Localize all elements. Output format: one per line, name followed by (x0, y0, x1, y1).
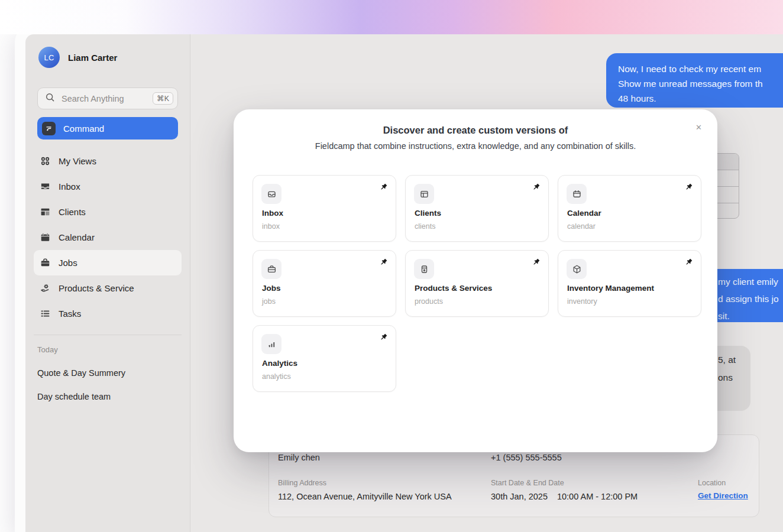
billing-address-label: Billing Address (278, 479, 326, 487)
modal-title: Discover and create custom versions of (234, 125, 717, 136)
billing-address-value: 112, Ocean Avenue, Amityville New York U… (278, 492, 452, 501)
tasks-icon (40, 309, 51, 319)
sidebar-nav: My Views Inbox Clients Calendar (37, 148, 178, 326)
message-line: Show me unread messages from th (618, 76, 783, 91)
pin-icon[interactable] (379, 258, 388, 267)
location-label: Location (698, 479, 726, 487)
skill-card-jobs[interactable]: Jobs jobs (253, 250, 396, 317)
skill-card-clients[interactable]: Clients clients (405, 175, 549, 242)
tray-icon (261, 184, 282, 204)
skill-cards-grid: Inbox inbox Clients clients (253, 175, 701, 392)
keyboard-shortcut-badge: ⌘K (153, 92, 173, 105)
avatar-initials: LC (44, 53, 54, 62)
sidebar-item-calendar[interactable]: Calendar (34, 225, 182, 250)
skill-card-analytics[interactable]: Analytics analytics (253, 325, 396, 392)
user-profile[interactable]: LC Liam Carter (37, 47, 178, 68)
chart-icon (261, 334, 282, 354)
message-line: ons (718, 369, 736, 387)
message-line: 48 hours. (618, 91, 783, 106)
calendar-icon (40, 232, 51, 242)
sidebar-item-jobs[interactable]: Jobs (34, 250, 182, 275)
start-date: 30th Jan, 2025 (491, 492, 548, 501)
close-icon[interactable]: ✕ (695, 124, 702, 131)
sidebar-item-tasks[interactable]: Tasks (34, 301, 182, 326)
message-line: my client emily (718, 273, 779, 290)
user-message-bubble: Now, I need to check my recent emShow me… (606, 53, 783, 108)
skill-card-inbox[interactable]: Inbox inbox (253, 175, 396, 242)
sidebar-item-clients[interactable]: Clients (34, 199, 182, 225)
archive-icon (414, 259, 434, 279)
sidebar-divider (34, 335, 182, 335)
search-icon (45, 92, 55, 105)
fieldcamp-logo-icon (42, 122, 56, 135)
pin-icon[interactable] (379, 183, 388, 192)
skill-card-products[interactable]: Products & Services products (405, 250, 549, 317)
desktop: LC Liam Carter ⌘K Command (0, 0, 783, 532)
client-phone: +1 (555) 555-5555 (491, 453, 562, 462)
history-item-day-schedule-team[interactable]: Day schedule team (37, 392, 178, 401)
message-line: 5, at (718, 351, 736, 369)
command-button-label: Command (63, 124, 104, 134)
assistant-message-partial-text: 5, atons (718, 351, 736, 387)
dates-value: 30th Jan, 202510:00 AM - 12:00 PM (491, 492, 638, 501)
products-icon (40, 283, 51, 293)
modal-subtitle: Fieldcamp that combine instructions, ext… (234, 141, 717, 151)
grid-icon (40, 156, 51, 166)
client-name: Emily chen (278, 453, 320, 462)
history-list: Quote & Day Summery Day schedule team (37, 368, 178, 401)
sidebar-item-products[interactable]: Products & Service (34, 275, 182, 301)
layout-icon (414, 184, 434, 204)
sidebar: LC Liam Carter ⌘K Command (25, 34, 190, 532)
time-range: 10:00 AM - 12:00 PM (557, 492, 638, 501)
search-field[interactable]: ⌘K (37, 87, 178, 109)
pin-icon[interactable] (379, 333, 388, 342)
skill-card-calendar[interactable]: Calendar calendar (558, 175, 701, 242)
calendar-outline-icon (567, 184, 587, 204)
history-item-quote-day-summery[interactable]: Quote & Day Summery (37, 368, 178, 378)
get-direction-link[interactable]: Get Direction (698, 491, 748, 500)
briefcase-icon (261, 259, 282, 279)
top-gradient-band (0, 0, 783, 34)
user-name: Liam Carter (68, 53, 117, 63)
pin-icon[interactable] (532, 183, 541, 192)
inbox-icon (40, 181, 51, 192)
skill-card-inventory[interactable]: Inventory Management inventory (558, 250, 701, 317)
message-line: d assign this jo (718, 290, 779, 307)
sidebar-item-inbox[interactable]: Inbox (34, 174, 182, 199)
pin-icon[interactable] (684, 258, 693, 267)
user-message-partial-text: my client emilyd assign this josit. (718, 273, 779, 325)
avatar: LC (38, 47, 60, 68)
today-section-label: Today (37, 345, 178, 354)
message-line: Now, I need to check my recent em (618, 61, 783, 76)
pin-icon[interactable] (684, 183, 693, 192)
search-input[interactable] (60, 93, 147, 104)
message-line: sit. (718, 307, 779, 325)
command-button[interactable]: Command (37, 117, 178, 140)
clients-icon (40, 207, 51, 217)
custom-versions-modal: Discover and create custom versions of F… (234, 109, 717, 452)
dates-label: Start Date & End Date (491, 479, 564, 487)
sidebar-item-my-views[interactable]: My Views (34, 148, 182, 174)
jobs-icon (40, 258, 51, 268)
cube-icon (567, 259, 587, 279)
pin-icon[interactable] (532, 258, 541, 267)
